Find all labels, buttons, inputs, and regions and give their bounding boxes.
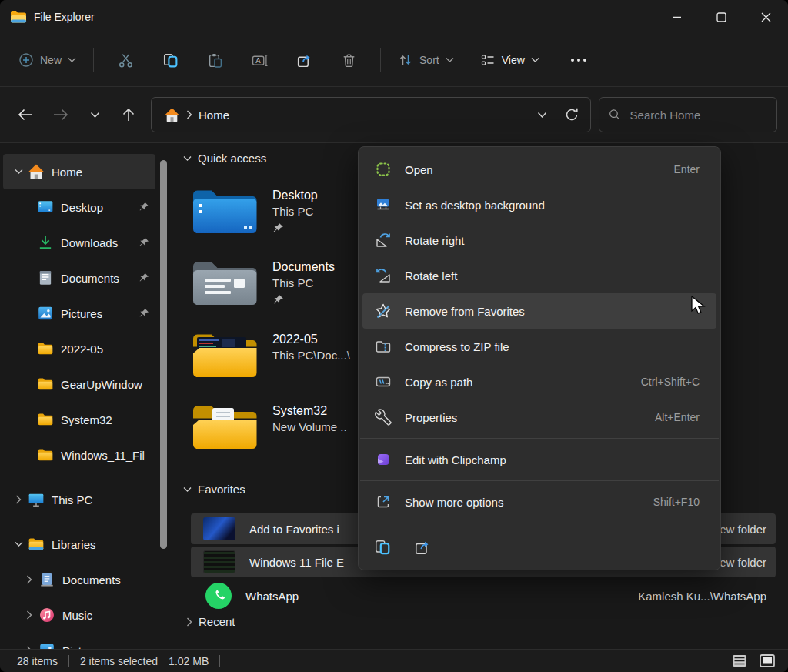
menu-item-copy-as-path[interactable]: Copy as path Ctrl+Shift+C [362,364,716,400]
new-button[interactable]: New [11,46,84,74]
sidebar-item-libraries[interactable]: Libraries [3,527,155,562]
sidebar-item-lib-documents[interactable]: Documents [3,562,155,597]
status-divider [219,655,220,667]
address-bar[interactable]: Home [151,97,591,132]
copy-button[interactable] [366,533,399,562]
image-thumbnail [203,550,235,573]
section-favorites[interactable]: Favorites [183,483,245,496]
tile-path: This PC\Doc...\ [272,349,350,362]
sidebar-item-this-pc[interactable]: This PC [3,482,155,517]
home-icon [164,107,180,122]
search-icon [609,108,621,122]
breadcrumb[interactable]: Home [159,104,234,125]
sidebar-label: Pictures [61,307,102,320]
search-input[interactable] [630,109,767,122]
tile-path: This PC [272,276,335,289]
menu-item-rotate-right[interactable]: Rotate right [362,222,716,258]
favorite-row-whatsapp[interactable]: WhatsApp Kamlesh Ku...\WhatsApp [191,580,776,611]
sidebar-item-windows-11-fil[interactable]: Windows_11_Fil [3,437,155,473]
tile-name: Desktop [272,189,318,202]
library-documents-icon [38,571,55,588]
breadcrumb-home[interactable]: Home [199,109,229,122]
more-options-button[interactable] [561,45,596,75]
chevron-right-icon [186,617,192,627]
sidebar-label: Libraries [52,538,96,551]
menu-item-compress-to-zip[interactable]: Compress to ZIP file [362,329,716,364]
sidebar-scrollbar[interactable] [160,160,167,549]
menu-item-edit-with-clipchamp[interactable]: Edit with Clipchamp [362,442,716,477]
chevron-right-icon [15,495,22,504]
view-button[interactable]: View [472,46,547,74]
share-icon [414,539,431,556]
share-button[interactable] [286,45,322,75]
cut-button[interactable] [108,45,143,75]
sidebar-item-gearupwindow[interactable]: GearUpWindow [3,366,155,402]
sidebar-item-downloads[interactable]: Downloads [3,225,155,260]
sort-icon [398,52,413,68]
search-box[interactable] [599,97,777,132]
tile-path: This PC [272,205,318,218]
thumbnail-view-toggle[interactable] [757,653,777,670]
favorite-name: WhatsApp [245,590,299,603]
chevron-down-icon [15,541,23,547]
refresh-icon[interactable] [564,107,579,122]
sidebar-item-pictures[interactable]: Pictures [3,296,155,331]
paste-icon [207,52,223,69]
libraries-icon [28,536,45,553]
download-icon [37,234,54,251]
up-button[interactable] [114,101,143,129]
shortcut-label: Shift+F10 [653,496,704,508]
section-quick-access[interactable]: Quick access [183,152,266,165]
paste-button[interactable] [197,45,232,75]
rename-button[interactable]: A [242,45,277,75]
mouse-cursor [690,296,707,316]
menu-item-set-as-desktop-background[interactable]: Set as desktop background [362,187,716,222]
chevron-right-icon [186,110,192,119]
minimize-icon [672,12,682,22]
copy-as-path-icon [375,373,392,390]
close-button[interactable] [743,0,788,34]
section-recent[interactable]: Recent [186,615,235,628]
tile-name: 2022-05 [272,333,350,346]
selection-count: 2 items selected [80,655,158,667]
back-button[interactable] [11,101,40,129]
details-view-toggle[interactable] [730,653,750,670]
ellipsis-icon [570,58,587,62]
address-dropdown-icon[interactable] [537,112,547,119]
copy-button[interactable] [152,45,188,75]
items-count: 28 items [17,655,58,667]
shortcut-label: Alt+Enter [655,411,704,423]
share-button[interactable] [406,533,439,562]
shortcut-label: Ctrl+Shift+C [641,376,704,388]
sort-button[interactable]: Sort [390,46,462,74]
menu-item-open[interactable]: Open Enter [362,152,716,187]
menu-item-properties[interactable]: Properties Alt+Enter [362,400,716,435]
desktop-icon [37,199,54,216]
sidebar-item-lib-pictures[interactable]: Pictures [3,633,155,649]
menu-item-show-more-options[interactable]: Show more options Shift+F10 [362,484,716,520]
cut-icon [118,52,134,69]
minimize-button[interactable] [654,0,699,34]
maximize-button[interactable] [699,0,743,34]
menu-item-rotate-left[interactable]: Rotate left [362,258,716,293]
sort-label: Sort [419,54,439,66]
yellow-folder-screenshot-icon [191,330,259,379]
sidebar-item-system32[interactable]: System32 [3,402,155,437]
sidebar-item-documents[interactable]: Documents [3,260,155,296]
forward-arrow-icon [52,108,69,122]
recent-locations-button[interactable] [80,101,109,129]
sidebar-item-home[interactable]: Home [3,154,155,189]
chevron-right-icon [26,575,32,584]
rotate-right-icon [375,232,392,249]
up-arrow-icon [122,107,135,122]
command-bar: New A Sort View [0,34,788,87]
delete-button[interactable] [331,45,366,75]
folder-icon [37,411,54,428]
folder-icon [37,376,54,393]
sidebar-item-lib-music[interactable]: Music [3,597,155,633]
menu-item-remove-from-favorites[interactable]: Remove from Favorites [362,293,716,329]
title-bar: File Explorer [0,0,788,34]
forward-button[interactable] [46,101,75,129]
sidebar-item-desktop[interactable]: Desktop [3,189,155,225]
sidebar-item-2022-05[interactable]: 2022-05 [3,331,155,366]
